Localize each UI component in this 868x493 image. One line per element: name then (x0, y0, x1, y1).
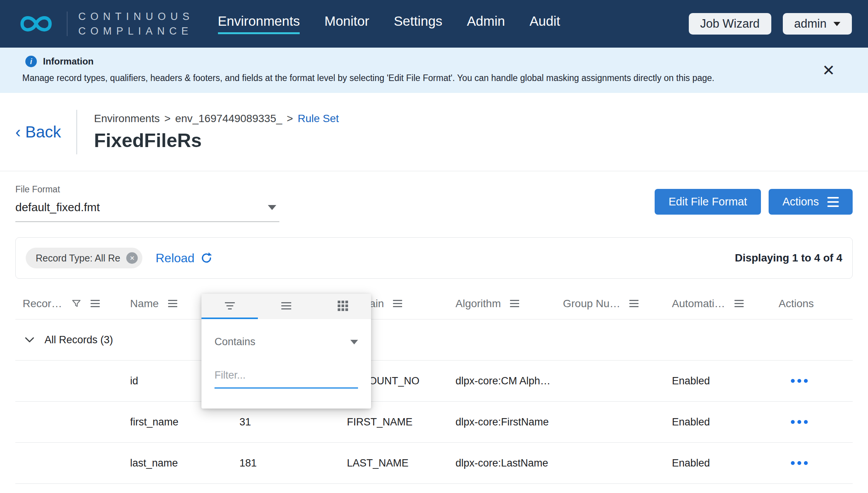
column-filter-popup: Contains (201, 294, 371, 409)
record-type-chip[interactable]: Record Type: All Re ✕ (26, 248, 142, 268)
column-header-algorithm[interactable]: Algorithm (455, 298, 563, 310)
column-header-group-number[interactable]: Group Nu… (563, 298, 672, 310)
delphix-logo-icon (16, 12, 56, 36)
page-header: ‹ Back Environments > env_1697449089335_… (0, 93, 868, 171)
chip-remove-button[interactable]: ✕ (126, 252, 138, 264)
column-label: Recor… (23, 298, 62, 310)
brand-line-1: CONTINUOUS (78, 9, 194, 24)
breadcrumb-separator: > (164, 112, 170, 125)
popup-tab-menu[interactable] (258, 294, 314, 319)
actions-button[interactable]: Actions (769, 189, 853, 215)
column-label: Automati… (672, 298, 725, 310)
popup-tab-columns[interactable] (315, 294, 371, 319)
banner-close-button[interactable]: ✕ (822, 61, 835, 79)
column-menu-icon[interactable] (168, 300, 177, 307)
condition-value: Contains (215, 336, 256, 348)
popup-body: Contains (201, 319, 371, 409)
table-row[interactable]: first_name 31 FIRST_NAME dlpx-core:First… (15, 402, 853, 443)
column-menu-icon[interactable] (734, 300, 744, 307)
cell-domain: LAST_NAME (347, 457, 455, 469)
filter-bar: Record Type: All Re ✕ Reload Displaying … (15, 237, 853, 279)
column-menu-icon[interactable] (629, 300, 639, 307)
breadcrumb-rule-set-link[interactable]: Rule Set (298, 112, 339, 125)
info-icon: i (25, 56, 37, 67)
column-menu-icon[interactable] (393, 300, 402, 307)
cell-name: last_name (130, 457, 239, 469)
chevron-down-icon (268, 205, 276, 210)
header-divider (76, 110, 77, 154)
refresh-icon (200, 251, 213, 265)
file-format-value: default_fixed.fmt (15, 201, 100, 214)
toolbar: File Format default_fixed.fmt Edit File … (0, 171, 868, 222)
cell-name: first_name (130, 416, 239, 428)
banner-message: Manage record types, qualifiers, headers… (22, 73, 846, 83)
brand-text: CONTINUOUS COMPLIANCE (78, 9, 194, 38)
nav-item-environments[interactable]: Environments (218, 13, 300, 34)
table-row[interactable]: last_name 181 LAST_NAME dlpx-core:LastNa… (15, 443, 853, 484)
condition-select[interactable]: Contains (215, 336, 358, 348)
cell-algorithm: dlpx-core:LastName (455, 457, 563, 469)
row-actions-menu-button[interactable] (779, 420, 853, 424)
cell-automatic: Enabled (672, 416, 779, 428)
rule-set-table: Recor… Name Domain Algorithm Group Nu… A… (15, 288, 853, 484)
chevron-down-icon[interactable] (25, 337, 35, 343)
file-format-group: File Format default_fixed.fmt (15, 184, 279, 222)
column-label: Group Nu… (563, 298, 620, 310)
user-menu-button[interactable]: admin (783, 13, 852, 35)
job-wizard-button[interactable]: Job Wizard (689, 13, 771, 35)
column-menu-icon[interactable] (91, 300, 100, 307)
banner-header: i Information (22, 54, 846, 69)
cell-algorithm: dlpx-core:FirstName (455, 416, 563, 428)
reload-button[interactable]: Reload (155, 251, 213, 265)
column-label: Algorithm (455, 298, 501, 310)
grid-icon (338, 301, 348, 311)
breadcrumb: Environments > env_1697449089335_ > Rule… (94, 112, 339, 125)
row-actions-menu-button[interactable] (779, 461, 853, 465)
cell-automatic: Enabled (672, 375, 779, 387)
group-row-label: All Records (3) (45, 334, 113, 346)
group-row-all-records[interactable]: All Records (3) (15, 319, 853, 361)
cell-position: 181 (239, 457, 347, 469)
info-banner: i Information Manage record types, quali… (0, 48, 868, 93)
displaying-count: Displaying 1 to 4 of 4 (735, 252, 842, 264)
cell-automatic: Enabled (672, 457, 779, 469)
column-header-automatic[interactable]: Automati… (672, 298, 779, 310)
user-menu-label: admin (794, 17, 827, 31)
nav-item-admin[interactable]: Admin (467, 13, 505, 34)
menu-icon (281, 302, 291, 309)
column-label: Name (130, 298, 159, 310)
file-format-select[interactable]: default_fixed.fmt (15, 195, 279, 222)
filter-list-icon (225, 302, 235, 309)
filter-input[interactable] (215, 369, 358, 389)
reload-label: Reload (155, 251, 194, 265)
row-actions-menu-button[interactable] (779, 379, 853, 383)
popup-tab-filter[interactable] (201, 294, 258, 319)
column-menu-icon[interactable] (510, 300, 519, 307)
close-icon: ✕ (822, 62, 835, 79)
breadcrumb-environments[interactable]: Environments (94, 112, 160, 125)
cell-position: 31 (239, 416, 347, 428)
title-block: Environments > env_1697449089335_ > Rule… (94, 112, 339, 152)
nav-item-settings[interactable]: Settings (394, 13, 442, 34)
column-header-record-type[interactable]: Recor… (23, 298, 130, 310)
back-button[interactable]: ‹ Back (15, 123, 61, 141)
banner-title: Information (43, 56, 94, 67)
table-row[interactable]: id ACCOUNT_NO dlpx-core:CM Alph… Enabled (15, 361, 853, 402)
cell-domain: FIRST_NAME (347, 416, 455, 428)
table-header-row: Recor… Name Domain Algorithm Group Nu… A… (15, 288, 853, 319)
brand-divider (67, 12, 68, 36)
edit-file-format-button[interactable]: Edit File Format (655, 189, 761, 215)
chevron-down-icon (833, 22, 840, 26)
nav-item-monitor[interactable]: Monitor (324, 13, 369, 34)
brand-line-2: COMPLIANCE (78, 24, 194, 38)
chevron-down-icon (350, 340, 358, 344)
navbar-right: Job Wizard admin (689, 13, 852, 35)
column-header-actions: Actions (779, 298, 853, 310)
breadcrumb-environment[interactable]: env_1697449089335_ (175, 112, 282, 125)
menu-icon (827, 197, 839, 207)
filter-funnel-icon[interactable] (71, 299, 81, 309)
nav-item-audit[interactable]: Audit (530, 13, 560, 34)
cell-algorithm: dlpx-core:CM Alph… (455, 375, 563, 387)
breadcrumb-separator: > (287, 112, 293, 125)
record-type-chip-label: Record Type: All Re (36, 253, 120, 264)
